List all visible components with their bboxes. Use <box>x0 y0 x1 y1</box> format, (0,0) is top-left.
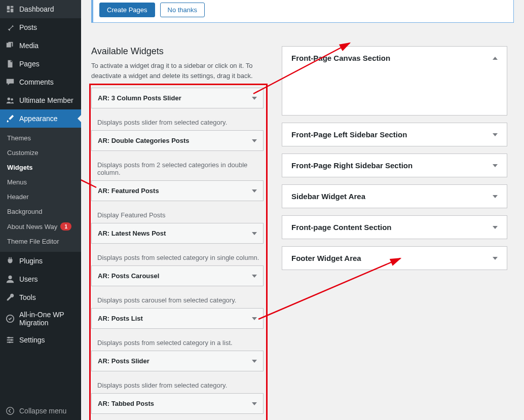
menu-dashboard[interactable]: Dashboard <box>0 0 81 18</box>
menu-label: Media <box>19 42 39 50</box>
widget-template[interactable]: AR: Posts Slider <box>91 351 264 371</box>
chevron-down-icon[interactable] <box>252 97 257 100</box>
menu-label: Plugins <box>19 257 43 265</box>
menu-label: Pages <box>19 60 40 68</box>
submenu-customize[interactable]: Customize <box>0 145 81 160</box>
sidebar-area: Front-page Content Section <box>282 215 507 239</box>
chevron-up-icon[interactable] <box>493 57 498 60</box>
available-widgets-desc: To activate a widget drag it to a sideba… <box>91 61 264 81</box>
sidebar-area-header[interactable]: Sidebar Widget Area <box>282 185 507 208</box>
media-icon <box>5 41 15 51</box>
submenu-menus[interactable]: Menus <box>0 175 81 189</box>
widget-template[interactable]: AR: Tabbed Posts <box>91 393 264 414</box>
widget-title: AR: Posts Slider <box>98 357 149 365</box>
chevron-down-icon[interactable] <box>493 195 498 198</box>
admin-menu: Dashboard Posts Media Pages Comments Ult… <box>0 0 81 420</box>
sidebar-area-header[interactable]: Front-Page Canvas Section <box>282 47 507 69</box>
menu-comments[interactable]: Comments <box>0 73 81 91</box>
widget-title: AR: Posts Carousel <box>98 272 159 280</box>
chevron-down-icon[interactable] <box>493 257 498 260</box>
menu-pages[interactable]: Pages <box>0 55 81 73</box>
chevron-down-icon[interactable] <box>252 189 257 193</box>
no-thanks-button[interactable]: No thanks <box>160 3 205 17</box>
sidebar-area-title: Front-Page Left Sidebar Section <box>291 130 407 139</box>
submenu-widgets[interactable]: Widgets <box>0 160 81 175</box>
menu-label: Posts <box>19 23 37 31</box>
content-area: Create Pages No thanks Available Widgets… <box>81 0 524 420</box>
submenu-themes[interactable]: Themes <box>0 131 81 145</box>
submenu-editor[interactable]: Theme File Editor <box>0 234 81 249</box>
widget-title: AR: Posts List <box>98 315 143 322</box>
svg-point-5 <box>11 339 13 341</box>
wrench-icon <box>5 292 15 302</box>
widget-template[interactable]: AR: 3 Column Posts Slider <box>91 88 264 108</box>
widget-title: AR: Featured Posts <box>98 187 159 195</box>
chevron-down-icon[interactable] <box>252 139 257 142</box>
widget-template[interactable]: AR: Double Categories Posts <box>91 130 264 151</box>
chevron-down-icon[interactable] <box>252 360 257 363</box>
menu-users[interactable]: Users <box>0 270 81 288</box>
sidebar-area-header[interactable]: Front-page Content Section <box>282 216 507 239</box>
sliders-icon <box>5 335 15 345</box>
chevron-down-icon[interactable] <box>252 232 257 235</box>
submenu-header[interactable]: Header <box>0 189 81 204</box>
svg-point-4 <box>8 337 10 339</box>
available-widgets-column: Available Widgets To activate a widget d… <box>91 33 264 420</box>
menu-ultimate-member[interactable]: Ultimate Member <box>0 91 81 109</box>
chevron-down-icon[interactable] <box>252 275 257 278</box>
widget-template[interactable]: AR: Posts Carousel <box>91 265 264 286</box>
menu-collapse[interactable]: Collapse menu <box>0 402 81 420</box>
update-badge: 1 <box>60 222 71 231</box>
sidebar-area-title: Front-page Content Section <box>291 223 392 232</box>
submenu-about[interactable]: About News Way 1 <box>0 219 81 234</box>
menu-posts[interactable]: Posts <box>0 18 81 36</box>
widget-description: Displays posts from 2 selected categorie… <box>91 156 264 180</box>
menu-settings[interactable]: Settings <box>0 331 81 349</box>
sidebar-area-header[interactable]: Footer Widget Area <box>282 247 507 270</box>
menu-media[interactable]: Media <box>0 36 81 55</box>
menu-plugins[interactable]: Plugins <box>0 252 81 270</box>
chevron-down-icon[interactable] <box>493 164 498 167</box>
submenu-background[interactable]: Background <box>0 204 81 219</box>
dashboard-icon <box>5 4 15 14</box>
menu-label: Comments <box>19 78 54 86</box>
plug-icon <box>5 256 15 266</box>
sidebar-area-header[interactable]: Front-Page Right Sidebar Section <box>282 154 507 177</box>
svg-point-6 <box>9 341 11 343</box>
sidebar-area: Footer Widget Area <box>282 246 507 270</box>
sidebar-area-title: Front-Page Canvas Section <box>291 54 390 62</box>
chevron-down-icon[interactable] <box>252 402 257 405</box>
sidebar-area-body[interactable] <box>282 69 507 115</box>
chevron-down-icon[interactable] <box>493 133 498 136</box>
comment-icon <box>5 77 15 87</box>
menu-label: Appearance <box>19 114 58 123</box>
chevron-down-icon[interactable] <box>493 226 498 229</box>
sidebar-area: Front-Page Right Sidebar Section <box>282 154 507 177</box>
menu-label: Collapse menu <box>19 407 66 415</box>
sidebar-area-title: Front-Page Right Sidebar Section <box>291 161 413 170</box>
menu-aio-migration[interactable]: All-in-One WP Migration <box>0 307 81 331</box>
widget-template[interactable]: AR: Featured Posts <box>91 180 264 201</box>
menu-label: Users <box>19 275 38 283</box>
menu-label: All-in-One WP Migration <box>19 311 76 327</box>
pin-icon <box>5 22 15 32</box>
menu-label: Tools <box>19 293 36 301</box>
widget-description: Displays posts from selected category in… <box>91 334 264 351</box>
menu-tools[interactable]: Tools <box>0 288 81 307</box>
menu-appearance[interactable]: Appearance <box>0 109 81 128</box>
setup-notice: Create Pages No thanks <box>91 0 514 23</box>
widget-title: AR: Tabbed Posts <box>98 400 154 407</box>
migration-icon <box>5 314 15 324</box>
sidebar-area-header[interactable]: Front-Page Left Sidebar Section <box>282 123 507 146</box>
chevron-down-icon[interactable] <box>252 317 257 320</box>
brush-icon <box>5 113 15 124</box>
widget-template[interactable]: AR: Posts List <box>91 308 264 329</box>
page-icon <box>5 59 15 69</box>
sidebar-area: Front-Page Left Sidebar Section <box>282 123 507 146</box>
widget-template[interactable]: AR: Latest News Post <box>91 223 264 244</box>
menu-label: Settings <box>19 336 45 344</box>
sidebar-areas-column: Front-Page Canvas SectionFront-Page Left… <box>282 46 507 277</box>
create-pages-button[interactable]: Create Pages <box>99 3 155 17</box>
widget-title: AR: Double Categories Posts <box>98 137 190 144</box>
widget-description: Displays posts from selected category in… <box>91 249 264 265</box>
